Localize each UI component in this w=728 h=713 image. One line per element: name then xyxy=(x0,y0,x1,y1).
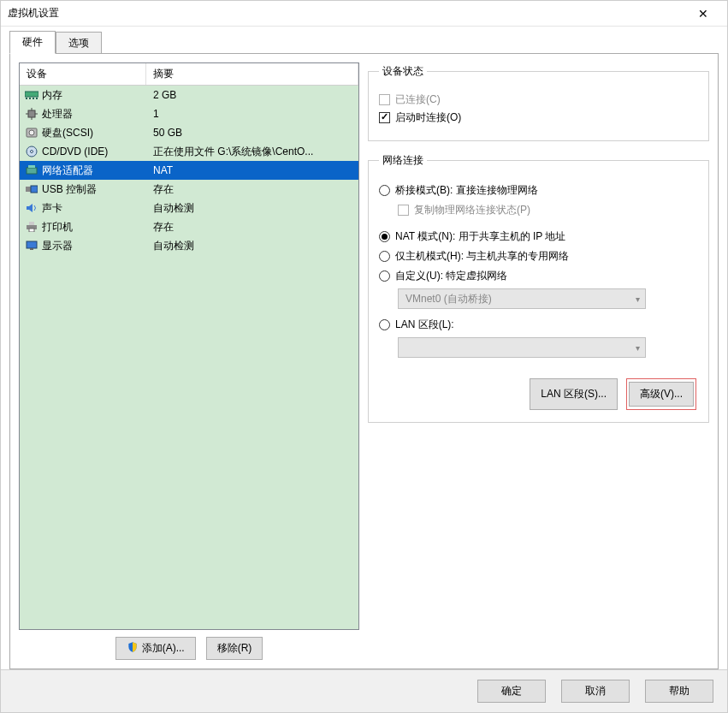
device-table-header: 设备 摘要 xyxy=(20,63,358,86)
device-name: 声卡 xyxy=(42,201,62,216)
device-status-legend: 设备状态 xyxy=(379,64,427,79)
svg-rect-1 xyxy=(26,98,27,99)
bridged-radio[interactable] xyxy=(379,185,390,196)
device-table: 设备 摘要 内存2 GB处理器1硬盘(SCSI)50 GBCD/DVD (IDE… xyxy=(19,62,359,630)
disc-icon xyxy=(25,146,38,157)
tab-hardware[interactable]: 硬件 xyxy=(9,31,56,54)
device-name: 硬盘(SCSI) xyxy=(42,126,93,140)
vmnet-combo[interactable]: VMnet0 (自动桥接) ▾ xyxy=(398,288,646,309)
device-list-column: 设备 摘要 内存2 GB处理器1硬盘(SCSI)50 GBCD/DVD (IDE… xyxy=(19,62,359,660)
hdd-icon xyxy=(25,128,38,138)
svg-rect-23 xyxy=(30,248,33,250)
tab-options[interactable]: 选项 xyxy=(56,32,102,54)
printer-icon xyxy=(25,222,38,232)
svg-rect-22 xyxy=(27,241,37,248)
cancel-button[interactable]: 取消 xyxy=(561,680,630,703)
replicate-checkbox[interactable] xyxy=(398,205,409,216)
nat-label: NAT 模式(N): 用于共享主机的 IP 地址 xyxy=(395,229,565,244)
device-summary: 存在 xyxy=(146,182,358,197)
col-header-device[interactable]: 设备 xyxy=(20,63,146,85)
content-area: 硬件 选项 设备 摘要 内存2 GB处理器1硬盘(SCSI)50 GBCD/DV… xyxy=(1,27,727,669)
svg-rect-20 xyxy=(29,222,34,225)
svg-rect-3 xyxy=(33,98,34,99)
device-name: USB 控制器 xyxy=(42,182,97,197)
help-button[interactable]: 帮助 xyxy=(645,680,713,703)
bridged-row: 桥接模式(B): 直接连接物理网络 xyxy=(379,183,698,198)
cpu-icon xyxy=(25,109,38,119)
network-connection-group: 网络连接 桥接模式(B): 直接连接物理网络 复制物理网络连接状态(P) NAT… xyxy=(368,153,709,423)
device-summary: 自动检测 xyxy=(146,239,358,253)
custom-radio[interactable] xyxy=(379,270,390,282)
svg-rect-14 xyxy=(27,168,37,174)
dialog-footer: 确定 取消 帮助 xyxy=(1,669,727,712)
connect-on-start-checkbox[interactable] xyxy=(379,112,390,123)
device-actions: 添加(A)... 移除(R) xyxy=(19,637,359,660)
add-device-button[interactable]: 添加(A)... xyxy=(115,637,196,660)
connect-on-start-row: 启动时连接(O) xyxy=(379,110,698,125)
svg-rect-17 xyxy=(31,186,38,193)
nat-radio[interactable] xyxy=(379,231,390,242)
connected-label: 已连接(C) xyxy=(395,92,441,107)
lanseg-row: LAN 区段(L): xyxy=(379,318,698,332)
add-device-label: 添加(A)... xyxy=(142,641,185,656)
vm-settings-window: 虚拟机设置 ✕ 硬件 选项 设备 摘要 内存2 GB处理器1硬盘(SCSI)50… xyxy=(0,0,728,713)
advanced-button[interactable]: 高级(V)... xyxy=(629,382,694,407)
device-name: 处理器 xyxy=(42,107,73,122)
device-row[interactable]: 内存2 GB xyxy=(20,86,358,104)
device-summary: 自动检测 xyxy=(146,201,358,216)
ok-button[interactable]: 确定 xyxy=(477,680,546,703)
sound-icon xyxy=(25,203,38,213)
svg-rect-16 xyxy=(26,187,31,192)
device-summary: 1 xyxy=(146,108,358,120)
remove-device-button[interactable]: 移除(R) xyxy=(206,637,263,660)
svg-rect-4 xyxy=(36,98,38,99)
device-row[interactable]: 硬盘(SCSI)50 GB xyxy=(20,123,358,142)
device-row[interactable]: 处理器1 xyxy=(20,104,358,123)
svg-rect-2 xyxy=(29,98,31,99)
svg-rect-21 xyxy=(29,229,34,232)
network-legend: 网络连接 xyxy=(379,153,427,168)
memory-icon xyxy=(25,90,38,100)
window-title: 虚拟机设置 xyxy=(8,6,686,21)
remove-device-label: 移除(R) xyxy=(217,641,252,656)
svg-point-11 xyxy=(29,130,34,135)
device-summary: 2 GB xyxy=(146,89,358,101)
connected-row: 已连接(C) xyxy=(379,92,698,107)
connect-on-start-label: 启动时连接(O) xyxy=(395,110,461,125)
chevron-down-icon: ▾ xyxy=(636,343,640,353)
connected-checkbox[interactable] xyxy=(379,94,390,105)
lan-segments-button[interactable]: LAN 区段(S)... xyxy=(530,378,618,410)
device-row[interactable]: CD/DVD (IDE)正在使用文件 G:\系统镜像\CentO... xyxy=(20,142,358,161)
device-row[interactable]: 显示器自动检测 xyxy=(20,236,358,255)
device-name: 网络适配器 xyxy=(42,163,93,178)
device-summary: NAT xyxy=(146,164,358,176)
display-icon xyxy=(25,241,38,251)
hostonly-radio[interactable] xyxy=(379,251,390,262)
device-row[interactable]: 声卡自动检测 xyxy=(20,199,358,217)
custom-label: 自定义(U): 特定虚拟网络 xyxy=(395,269,507,283)
tab-panel-hardware: 设备 摘要 内存2 GB处理器1硬盘(SCSI)50 GBCD/DVD (IDE… xyxy=(9,53,719,669)
titlebar: 虚拟机设置 ✕ xyxy=(1,1,727,27)
device-name: 显示器 xyxy=(42,239,73,253)
vmnet-value: VMnet0 (自动桥接) xyxy=(405,292,492,306)
lanseg-label: LAN 区段(L): xyxy=(395,318,454,332)
network-buttons: LAN 区段(S)... 高级(V)... xyxy=(379,378,698,410)
lanseg-combo[interactable]: ▾ xyxy=(398,337,646,358)
device-name: 打印机 xyxy=(42,220,73,235)
device-row[interactable]: 打印机存在 xyxy=(20,217,358,236)
close-icon[interactable]: ✕ xyxy=(686,1,720,26)
svg-point-13 xyxy=(31,151,33,153)
shield-icon xyxy=(127,641,139,656)
hostonly-label: 仅主机模式(H): 与主机共享的专用网络 xyxy=(395,249,569,264)
nic-icon xyxy=(25,165,38,175)
device-summary: 存在 xyxy=(146,220,358,235)
device-row[interactable]: 网络适配器NAT xyxy=(20,161,358,180)
svg-rect-0 xyxy=(25,92,38,97)
chevron-down-icon: ▾ xyxy=(636,294,640,304)
lanseg-radio[interactable] xyxy=(379,319,390,330)
svg-rect-5 xyxy=(28,110,35,117)
device-name: 内存 xyxy=(42,88,62,103)
device-summary: 正在使用文件 G:\系统镜像\CentO... xyxy=(146,145,358,159)
col-header-summary[interactable]: 摘要 xyxy=(146,63,358,85)
device-row[interactable]: USB 控制器存在 xyxy=(20,180,358,199)
